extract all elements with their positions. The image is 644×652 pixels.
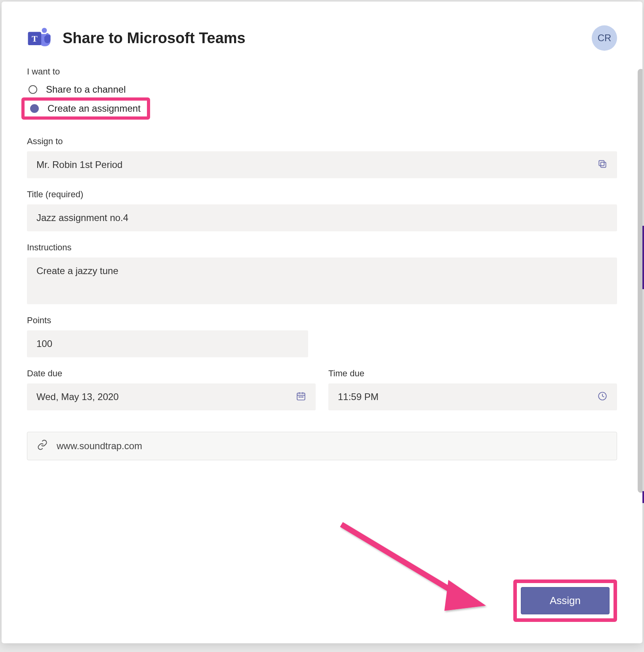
intent-radio-group: Share to a channel Create an assignment	[27, 82, 617, 120]
annotation-arrow-icon	[330, 517, 496, 620]
date-due-label: Date due	[27, 368, 316, 379]
background-strip	[642, 491, 644, 503]
points-label: Points	[27, 315, 617, 326]
svg-rect-4	[601, 162, 606, 168]
svg-line-14	[341, 524, 460, 596]
title-field-label: Title (required)	[27, 189, 617, 200]
dialog-footer: Assign	[513, 580, 617, 622]
points-input[interactable]	[27, 330, 308, 357]
assign-to-input[interactable]	[27, 151, 617, 178]
link-icon	[37, 439, 48, 453]
attachment-link[interactable]: www.soundtrap.com	[27, 432, 617, 460]
radio-unselected-icon	[29, 85, 37, 94]
svg-point-11	[301, 397, 301, 397]
assign-to-field-wrap	[27, 151, 617, 178]
instructions-label: Instructions	[27, 242, 617, 253]
svg-rect-5	[599, 160, 604, 166]
svg-point-12	[302, 397, 303, 397]
time-due-input[interactable]	[328, 383, 617, 410]
teams-logo-icon: T	[27, 26, 51, 50]
clock-icon[interactable]	[597, 391, 608, 403]
svg-marker-15	[444, 580, 486, 611]
radio-selected-icon	[30, 104, 39, 113]
svg-point-10	[299, 397, 300, 397]
scrollbar[interactable]	[638, 69, 642, 493]
attachment-url: www.soundtrap.com	[57, 440, 142, 452]
intent-label: I want to	[27, 67, 617, 77]
time-due-label: Time due	[328, 368, 617, 379]
dialog-title: Share to Microsoft Teams	[63, 30, 592, 47]
dialog-content: I want to Share to a channel Create an a…	[2, 63, 642, 476]
radio-create-assignment[interactable]: Create an assignment	[29, 102, 141, 115]
assign-button[interactable]: Assign	[521, 587, 610, 614]
radio-create-assignment-label: Create an assignment	[48, 103, 141, 114]
instructions-input[interactable]	[27, 257, 617, 304]
copy-icon[interactable]	[597, 159, 608, 171]
svg-text:T: T	[32, 34, 38, 44]
annotation-highlight-assign: Assign	[513, 580, 617, 622]
assign-to-label: Assign to	[27, 136, 617, 147]
user-avatar[interactable]: CR	[592, 25, 617, 51]
annotation-highlight-create-assignment: Create an assignment	[21, 97, 150, 120]
dialog-header: T Share to Microsoft Teams CR	[2, 2, 642, 63]
calendar-icon[interactable]	[296, 391, 306, 403]
background-strip	[642, 226, 644, 289]
svg-point-0	[42, 28, 47, 33]
radio-share-channel-label: Share to a channel	[46, 84, 126, 95]
radio-share-channel[interactable]: Share to a channel	[27, 82, 617, 97]
date-due-input[interactable]	[27, 383, 316, 410]
title-input[interactable]	[27, 204, 617, 231]
share-dialog: T Share to Microsoft Teams CR I want to …	[2, 2, 642, 643]
